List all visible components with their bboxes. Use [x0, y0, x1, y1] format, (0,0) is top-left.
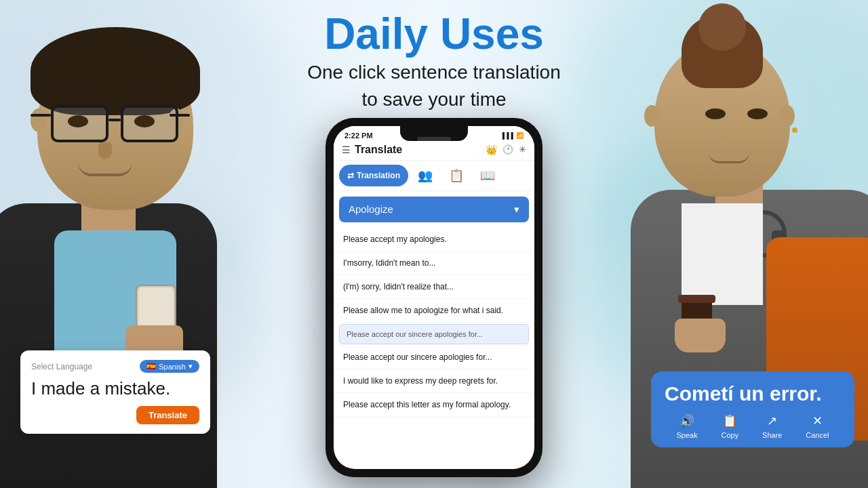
- subtitle-line1: One click sentence translation: [307, 62, 561, 83]
- phone-speaker: [417, 137, 451, 141]
- tab-translation[interactable]: ⇄ Translation: [339, 165, 408, 186]
- phone-notch: [400, 126, 468, 141]
- language-name: Spanish: [159, 363, 186, 371]
- subtitle-line2: to save your time: [361, 89, 506, 110]
- app-title: Translate: [355, 144, 402, 156]
- status-time: 2:22 PM: [344, 131, 373, 140]
- phrase-item-0[interactable]: Please accept my apologies.: [334, 228, 534, 251]
- translate-button[interactable]: Translate: [136, 406, 199, 424]
- translation-input-card: Select Language 🇪🇸 Spanish ▾ I made a mi…: [20, 350, 210, 434]
- result-text: Cometí un error.: [665, 382, 841, 405]
- tab-dictionary[interactable]: 📋: [442, 165, 471, 186]
- app-header: ☰ Translate 👑 🕐 ✳: [334, 141, 534, 161]
- card-header-row: Select Language 🇪🇸 Spanish ▾: [31, 360, 199, 373]
- speak-icon: 🔊: [679, 413, 694, 428]
- cancel-label: Cancel: [806, 431, 829, 439]
- tab-people[interactable]: 👥: [411, 165, 439, 186]
- card-label: Select Language: [31, 362, 92, 371]
- tab-book[interactable]: 📖: [473, 165, 502, 186]
- category-dropdown[interactable]: Apologize ▾: [339, 197, 529, 222]
- phrase-item-1[interactable]: I'msorry, Ididn't mean to...: [334, 251, 534, 275]
- translation-tab-icon: ⇄: [347, 171, 354, 180]
- copy-label: Copy: [722, 431, 739, 439]
- app-header-left: ☰ Translate: [342, 144, 402, 156]
- page-subtitle: One click sentence translation to save y…: [307, 59, 561, 112]
- flag-icon: 🇪🇸: [146, 362, 156, 371]
- speak-label: Speak: [676, 431, 697, 439]
- phrase-item-5[interactable]: Please accept our sincere apologies for.…: [334, 346, 534, 369]
- result-card: Cometí un error. 🔊 Speak 📋 Copy ↗ Share …: [651, 371, 854, 447]
- clock-icon[interactable]: 🕐: [502, 144, 513, 155]
- crown-icon[interactable]: 👑: [486, 144, 497, 155]
- dropdown-chevron-icon: ▾: [514, 203, 519, 216]
- cancel-icon: ✕: [812, 413, 823, 428]
- phrase-list: Please accept my apologies. I'msorry, Id…: [334, 228, 534, 469]
- badge-chevron-icon: ▾: [189, 362, 193, 371]
- menu-icon[interactable]: ☰: [342, 144, 351, 155]
- result-actions: 🔊 Speak 📋 Copy ↗ Share ✕ Cancel: [665, 413, 841, 439]
- copy-icon: 📋: [722, 413, 737, 428]
- result-share-button[interactable]: ↗ Share: [762, 413, 782, 439]
- input-text: I made a mistake.: [31, 378, 199, 399]
- page-title: Daily Uses: [307, 10, 561, 58]
- result-speak-button[interactable]: 🔊 Speak: [676, 413, 697, 439]
- category-label: Apologize: [349, 203, 393, 215]
- phrase-item-3[interactable]: Please allow me to apologize for what i …: [334, 299, 534, 323]
- result-cancel-button[interactable]: ✕ Cancel: [806, 413, 829, 439]
- phone-screen: 2:22 PM ▐▐▐ 📶 ☰ Translate 👑 🕐: [334, 126, 534, 469]
- translation-tab-label: Translation: [357, 171, 400, 180]
- signal-icon: ▐▐▐: [500, 132, 513, 139]
- book-tab-icon: 📖: [480, 168, 495, 183]
- settings-icon[interactable]: ✳: [519, 144, 526, 155]
- phone-mockup: 2:22 PM ▐▐▐ 📶 ☰ Translate 👑 🕐: [326, 118, 542, 477]
- share-icon: ↗: [767, 413, 777, 428]
- app-header-right: 👑 🕐 ✳: [486, 144, 526, 155]
- phrase-item-7[interactable]: Please accept this letter as my formal a…: [334, 393, 534, 417]
- wifi-icon: 📶: [516, 132, 524, 139]
- phrase-item-2[interactable]: (I'm) sorry, Ididn't realize that...: [334, 275, 534, 299]
- dictionary-tab-icon: 📋: [449, 168, 464, 183]
- share-label: Share: [762, 431, 782, 439]
- status-icons: ▐▐▐ 📶: [500, 132, 524, 139]
- phrase-item-highlighted[interactable]: Please accept our sincere apologies for.…: [339, 324, 529, 344]
- language-badge[interactable]: 🇪🇸 Spanish ▾: [140, 360, 199, 373]
- tab-bar: ⇄ Translation 👥 📋 📖: [334, 161, 534, 191]
- people-tab-icon: 👥: [418, 168, 433, 183]
- phone-outer: 2:22 PM ▐▐▐ 📶 ☰ Translate 👑 🕐: [326, 118, 542, 477]
- phrase-item-6[interactable]: I would like to express my deep regrets …: [334, 369, 534, 393]
- result-copy-button[interactable]: 📋 Copy: [722, 413, 739, 439]
- header-section: Daily Uses One click sentence translatio…: [307, 0, 561, 113]
